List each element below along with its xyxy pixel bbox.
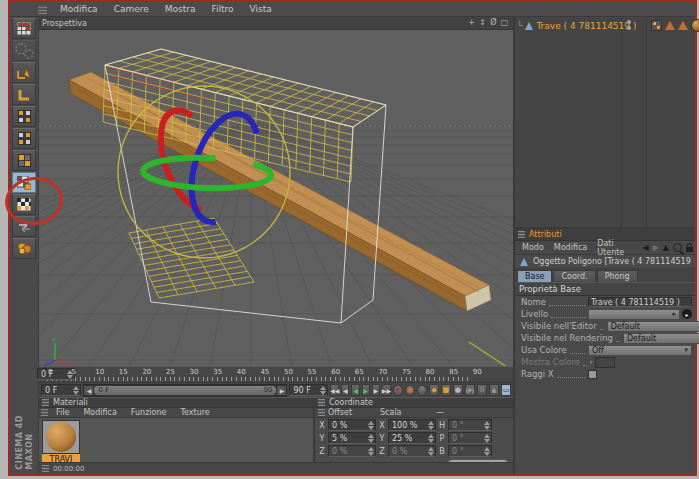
visibile-rendering-dropdown[interactable]: Default▾ xyxy=(623,333,699,344)
make-editable-button[interactable] xyxy=(12,18,36,39)
next-key-button[interactable]: ▶ xyxy=(372,384,380,396)
key-pla-toggle[interactable]: ⁝⁝ xyxy=(477,384,487,396)
viewport-scene: y x z xyxy=(39,30,513,366)
attr-menu-dati-utente[interactable]: Dati Utente xyxy=(592,239,642,257)
start-frame-field[interactable]: 0 F xyxy=(41,384,81,396)
rot-b-field[interactable]: 0 ° xyxy=(448,445,492,457)
record-options-button[interactable]: ? xyxy=(417,385,427,396)
attributes-menubar: Modo Modifica Dati Utente ◀ ▶ ▲ xyxy=(515,241,695,255)
key-position-toggle[interactable]: ◆ xyxy=(429,384,439,396)
col-rotation: — xyxy=(436,408,444,417)
cinema4d-window: Modifica Camere Mostra Filtro Vista xyxy=(8,0,697,476)
autokey-button[interactable]: ● xyxy=(405,385,415,396)
offset-x-field[interactable]: 0 % xyxy=(328,419,376,431)
range-right-arrow[interactable]: ▶ xyxy=(277,386,286,395)
rot-h-field[interactable]: 0 ° xyxy=(448,419,492,431)
preview-range-scrollbar[interactable]: ◀ 0 F90 ▶ xyxy=(83,384,287,397)
parent-object-icon[interactable]: ▲ xyxy=(663,243,669,252)
material-item[interactable]: TRAVI xyxy=(42,420,80,465)
frame-field[interactable]: 0 F xyxy=(37,368,75,380)
search-icon[interactable] xyxy=(673,243,682,252)
sound-toggle[interactable]: ▭ xyxy=(501,384,511,396)
record-keyframe-button[interactable]: ✦ xyxy=(393,385,403,396)
key-rotation-toggle[interactable]: ● xyxy=(453,384,463,396)
menu-modifica[interactable]: Modifica xyxy=(53,4,105,14)
menu-filtro[interactable]: Filtro xyxy=(205,4,241,14)
materials-menu-funzione[interactable]: Funzione xyxy=(125,408,173,417)
offset-z-field[interactable]: 0 % xyxy=(328,445,376,457)
materials-menu-file[interactable]: File xyxy=(50,408,75,417)
scala-z-field[interactable]: 0 % xyxy=(388,445,436,457)
offset-y-field[interactable]: 5 % xyxy=(328,432,376,444)
object-axis-mode-button[interactable] xyxy=(12,84,36,105)
goto-end-button[interactable]: ▶▶ xyxy=(382,384,391,396)
scala-y-field[interactable]: 25 % xyxy=(388,432,436,444)
viewport-rotate-icon[interactable]: Ø xyxy=(488,18,499,28)
usa-colore-dropdown[interactable]: Off▾ xyxy=(588,345,692,356)
history-back-icon[interactable]: ◀ xyxy=(643,243,649,252)
menu-camere[interactable]: Camere xyxy=(107,4,156,14)
polygon-mode-button[interactable] xyxy=(12,150,36,171)
goto-start-button[interactable]: ◀◀ xyxy=(330,384,339,396)
uv-tool-button[interactable] xyxy=(12,216,36,237)
lock-icon[interactable] xyxy=(686,247,693,252)
texture-mode-button[interactable] xyxy=(12,194,36,215)
nome-input[interactable]: Trave ( 4 781114519 ) xyxy=(588,297,692,307)
material-preview-sphere[interactable] xyxy=(42,420,80,454)
attributes-tabs: Base Coord. Phong xyxy=(515,269,695,282)
scala-x-field[interactable]: 100 % xyxy=(388,419,436,431)
history-forward-icon[interactable]: ▶ xyxy=(653,243,659,252)
livello-input[interactable]: ▸ xyxy=(588,309,680,320)
end-frame-field[interactable]: 90 F xyxy=(289,384,328,396)
model-mode-button[interactable] xyxy=(12,62,36,83)
object-name[interactable]: Trave ( 4 781114519 ) xyxy=(536,21,636,31)
rot-b-label: B xyxy=(437,447,447,456)
visibility-dots[interactable] xyxy=(627,20,631,30)
rot-p-field[interactable]: 0 ° xyxy=(448,432,492,444)
simulation-gears-button[interactable] xyxy=(12,40,36,61)
object-name-column xyxy=(515,17,622,227)
tab-phong[interactable]: Phong xyxy=(597,270,638,282)
object-tags xyxy=(651,19,699,32)
rot-p-label: P xyxy=(437,434,447,443)
smoothing-tag-icon[interactable] xyxy=(678,21,688,30)
play-forwards-button[interactable]: ▶ xyxy=(362,384,370,396)
object-mode-button[interactable] xyxy=(12,238,36,259)
tab-base[interactable]: Base xyxy=(517,270,552,282)
previous-key-button[interactable]: ◀ xyxy=(341,384,349,396)
range-left-arrow[interactable]: ◀ xyxy=(84,386,93,395)
col-offset: Offset xyxy=(328,408,380,417)
materials-menu-modifica[interactable]: Modifica xyxy=(77,408,122,417)
center-column: Prospettiva + ↕ Ø □ xyxy=(39,17,513,474)
attr-menu-modo[interactable]: Modo xyxy=(517,243,549,252)
range-bar[interactable]: 0 F90 xyxy=(94,386,276,395)
tab-coord[interactable]: Coord. xyxy=(553,270,595,282)
viewport-zoom-icon[interactable]: ↕ xyxy=(477,18,488,28)
attr-menu-modifica[interactable]: Modifica xyxy=(549,243,592,252)
play-backwards-button[interactable]: ◀ xyxy=(351,384,359,396)
phong-tag-icon[interactable] xyxy=(665,21,675,30)
raggi-x-checkbox[interactable] xyxy=(588,370,597,379)
menu-mostra[interactable]: Mostra xyxy=(158,4,203,14)
key-scale-toggle[interactable]: ■ xyxy=(441,384,451,396)
viewport-3d[interactable]: y x z xyxy=(39,30,513,366)
edge-mode-button[interactable] xyxy=(12,128,36,149)
menu-vista[interactable]: Vista xyxy=(243,4,279,14)
key-parameter-toggle[interactable]: (P) xyxy=(465,384,475,396)
make-editable-icon xyxy=(17,22,31,35)
status-time: 00:00:00 xyxy=(53,465,84,473)
maxon-brand: CINEMA 4DMAXON xyxy=(10,415,38,470)
timeline-ruler[interactable]: 0 F 051015202530354045505560657075808590 xyxy=(39,367,513,383)
viewport-maximize-icon[interactable]: □ xyxy=(499,18,510,28)
viewport-pan-icon[interactable]: + xyxy=(466,18,477,28)
key-filter-toggle[interactable]: ▲ xyxy=(489,384,499,396)
materials-menu-texture[interactable]: Texture xyxy=(174,408,215,417)
field-row-mostra-colore: Mostra Colore ▸ xyxy=(515,356,695,368)
section-proprieta-base[interactable]: Proprietà Base xyxy=(515,282,695,296)
material-tag-icon[interactable] xyxy=(691,19,699,32)
point-mode-button[interactable] xyxy=(12,106,36,127)
texture-axis-mode-button[interactable] xyxy=(12,172,36,193)
visibile-editor-dropdown[interactable]: Default▾ xyxy=(607,321,699,332)
layer-browser-icon[interactable]: ▸ xyxy=(682,309,692,319)
selection-tag-icon[interactable] xyxy=(651,20,662,31)
